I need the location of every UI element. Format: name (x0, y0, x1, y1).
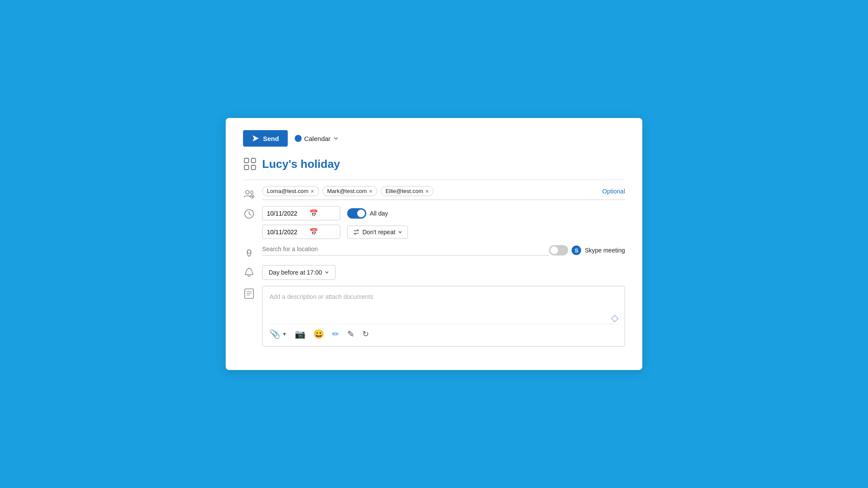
end-date-value[interactable] (267, 229, 306, 236)
send-label: Send (263, 135, 279, 142)
end-date-input[interactable]: 📅 (262, 225, 340, 239)
attach-chevron-icon[interactable]: ▼ (282, 331, 287, 337)
svg-rect-3 (244, 165, 249, 170)
chevron-down-icon (333, 136, 339, 141)
toolbar: Send Calendar (243, 130, 625, 147)
send-button[interactable]: Send (243, 130, 288, 147)
location-input[interactable] (262, 246, 549, 255)
repeat-button[interactable]: Don't repeat (347, 226, 408, 239)
svg-line-12 (249, 214, 251, 215)
repeat-chevron-icon (398, 230, 402, 234)
attendees-row: Lorna@test.com × Mark@test.com × Ellie@t… (243, 186, 625, 200)
start-date-input[interactable]: 📅 (262, 206, 340, 220)
location-icon (243, 247, 255, 259)
attendee-chip-mark: Mark@test.com × (322, 186, 377, 196)
svg-rect-15 (245, 289, 253, 298)
event-title[interactable]: Lucy's holiday (262, 157, 340, 171)
start-calendar-icon: 📅 (309, 209, 318, 217)
diamond-icon: ◇ (611, 312, 618, 324)
skype-icon: S (572, 246, 581, 255)
end-calendar-icon: 📅 (309, 228, 318, 236)
description-content: Add a description or attach documents (270, 293, 618, 300)
description-area: Add a description or attach documents ◇ … (262, 286, 625, 347)
highlight-icon[interactable]: ✏ (332, 329, 339, 339)
reminder-row: Day before at 17:00 (243, 265, 625, 280)
attendees-field: Lorna@test.com × Mark@test.com × Ellie@t… (262, 186, 625, 200)
attendee-chip-ellie: Ellie@test.com × (381, 186, 434, 196)
reminder-field: Day before at 17:00 (262, 265, 625, 280)
clock-icon (243, 208, 255, 220)
pen-icon[interactable]: ✎ (347, 329, 355, 339)
description-placeholder: Add a description or attach documents (270, 293, 618, 300)
category-icon (243, 157, 257, 171)
skype-wrap: S Skype meeting (549, 245, 625, 255)
calendar-dot-icon (295, 135, 302, 142)
attendees-icon (243, 188, 255, 200)
description-icon (243, 288, 255, 300)
calendar-label: Calendar (304, 135, 331, 142)
send-icon (252, 134, 260, 142)
remove-lorna-button[interactable]: × (311, 188, 314, 194)
attach-wrap: 📎 ▼ (270, 329, 287, 339)
start-date-row: 📅 All day (262, 206, 625, 220)
reminder-icon (243, 267, 255, 279)
location-field: S Skype meeting (262, 245, 625, 255)
svg-point-5 (246, 190, 249, 194)
description-toolbar: 📎 ▼ 📷 😀 ✏ ✎ ↻ (270, 324, 618, 339)
svg-rect-4 (251, 165, 256, 170)
remove-ellie-button[interactable]: × (425, 188, 429, 194)
calendar-event-form: Send Calendar Lucy's holiday (226, 118, 642, 370)
loop-icon[interactable]: ↻ (362, 329, 369, 339)
description-row: Add a description or attach documents ◇ … (243, 286, 625, 347)
svg-rect-1 (244, 158, 249, 163)
description-field: Add a description or attach documents ◇ … (262, 286, 625, 347)
svg-marker-0 (253, 135, 259, 141)
title-row: Lucy's holiday (243, 157, 625, 171)
image-icon[interactable]: 📷 (295, 329, 306, 339)
emoji-icon[interactable]: 😀 (313, 329, 324, 339)
all-day-label: All day (370, 210, 388, 217)
end-date-row: 📅 Don't repeat (262, 225, 625, 239)
attendee-chip-lorna: Lorna@test.com × (262, 186, 319, 196)
svg-rect-2 (251, 158, 256, 163)
start-date-value[interactable] (267, 210, 306, 217)
attach-icon[interactable]: 📎 (270, 329, 280, 339)
skype-label: Skype meeting (585, 247, 625, 254)
repeat-label: Don't repeat (362, 229, 395, 236)
repeat-icon (353, 229, 360, 236)
location-row: S Skype meeting (243, 245, 625, 259)
datetime-field: 📅 All day 📅 Don't repeat (262, 206, 625, 239)
remove-mark-button[interactable]: × (369, 188, 372, 194)
optional-link[interactable]: Optional (602, 188, 625, 195)
datetime-row: 📅 All day 📅 Don't repeat (243, 206, 625, 239)
reminder-button[interactable]: Day before at 17:00 (262, 265, 335, 280)
reminder-label: Day before at 17:00 (269, 269, 322, 276)
skype-toggle[interactable] (549, 245, 568, 255)
attendees-input[interactable] (437, 188, 513, 195)
all-day-toggle-wrap: All day (347, 208, 388, 219)
reminder-chevron-icon (325, 270, 329, 275)
svg-point-6 (250, 191, 253, 193)
attendees-bar: Lorna@test.com × Mark@test.com × Ellie@t… (262, 186, 625, 200)
all-day-toggle[interactable] (347, 208, 366, 219)
calendar-selector[interactable]: Calendar (295, 135, 339, 142)
